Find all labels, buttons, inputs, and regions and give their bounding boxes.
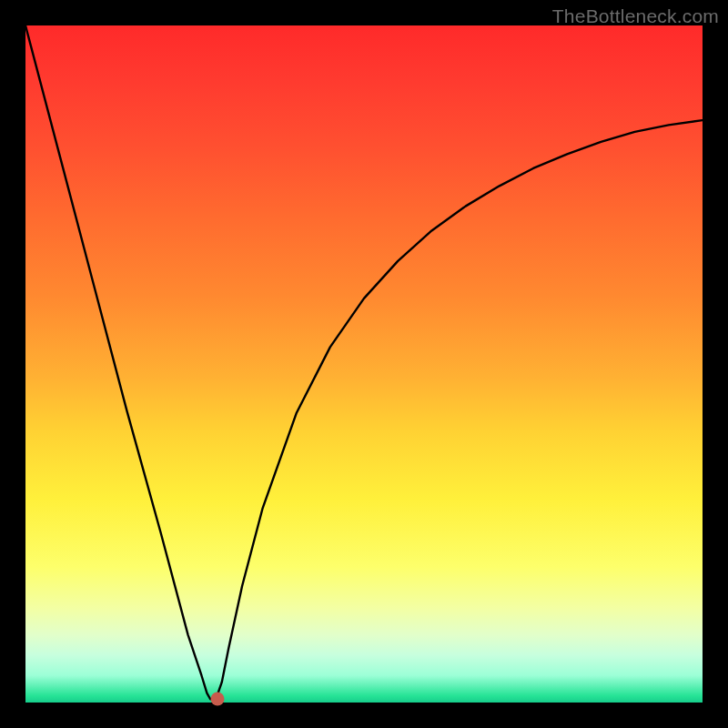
- watermark-label: TheBottleneck.com: [552, 5, 719, 27]
- min-marker-dot: [210, 693, 224, 706]
- chart-frame: TheBottleneck.com: [0, 0, 728, 728]
- bottleneck-curve: [25, 25, 703, 703]
- plot-area: [25, 25, 703, 703]
